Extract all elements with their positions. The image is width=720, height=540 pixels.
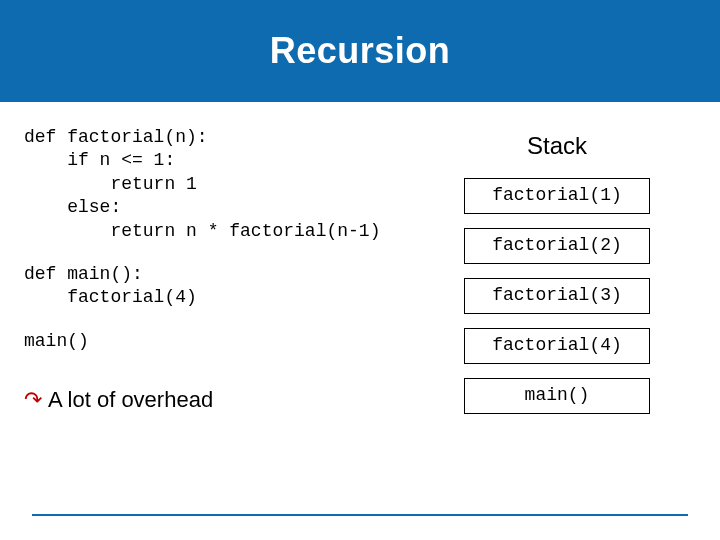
stack-frame: factorial(1) — [464, 178, 650, 214]
stack-diagram: Stack factorial(1) factorial(2) factoria… — [464, 132, 650, 414]
title-band: Recursion — [0, 0, 720, 102]
stack-frame: factorial(2) — [464, 228, 650, 264]
stack-frame: factorial(3) — [464, 278, 650, 314]
footer-rule — [32, 514, 688, 516]
bullet-text: A lot of overhead — [48, 387, 213, 413]
stack-title: Stack — [464, 132, 650, 160]
slide-title: Recursion — [270, 30, 451, 72]
stack-frame: factorial(4) — [464, 328, 650, 364]
stack-frame: main() — [464, 378, 650, 414]
bullet-arrow-icon: ↷ — [24, 387, 42, 413]
